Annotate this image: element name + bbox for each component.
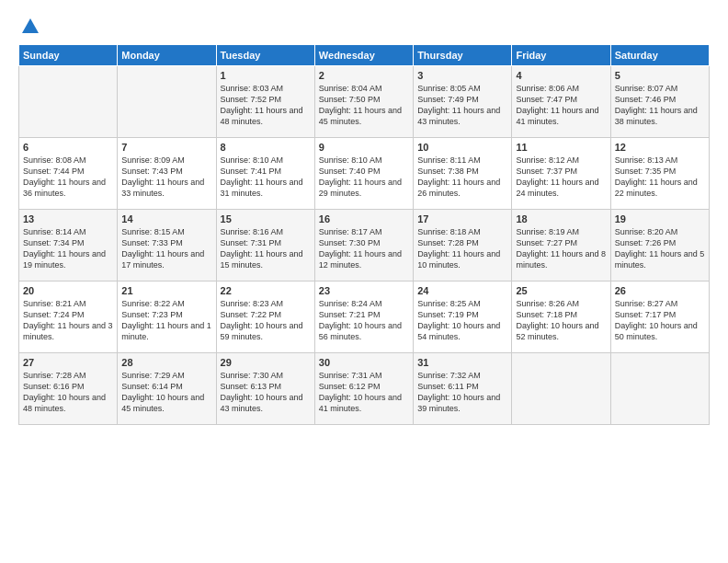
calendar-cell: 19Sunrise: 8:20 AM Sunset: 7:26 PM Dayli… (610, 210, 709, 282)
calendar-cell (610, 353, 709, 425)
day-number: 31 (417, 357, 507, 368)
cell-content: Sunrise: 8:13 AM Sunset: 7:35 PM Dayligh… (615, 155, 705, 200)
calendar-cell: 22Sunrise: 8:23 AM Sunset: 7:22 PM Dayli… (216, 282, 314, 353)
cell-content: Sunrise: 8:06 AM Sunset: 7:47 PM Dayligh… (516, 83, 606, 128)
day-number: 3 (417, 70, 507, 81)
day-number: 20 (23, 285, 113, 296)
day-number: 23 (319, 285, 409, 296)
cell-content: Sunrise: 8:15 AM Sunset: 7:33 PM Dayligh… (121, 226, 211, 271)
cell-content: Sunrise: 8:04 AM Sunset: 7:50 PM Dayligh… (319, 83, 409, 128)
cell-content: Sunrise: 8:03 AM Sunset: 7:52 PM Dayligh… (221, 83, 311, 128)
cell-content: Sunrise: 8:12 AM Sunset: 7:37 PM Dayligh… (516, 155, 606, 200)
cell-content: Sunrise: 8:09 AM Sunset: 7:43 PM Dayligh… (121, 155, 211, 200)
cell-content: Sunrise: 7:30 AM Sunset: 6:13 PM Dayligh… (221, 370, 311, 415)
cell-content: Sunrise: 8:05 AM Sunset: 7:49 PM Dayligh… (417, 83, 507, 128)
weekday-header-thursday: Thursday (414, 45, 512, 66)
cell-content: Sunrise: 8:16 AM Sunset: 7:31 PM Dayligh… (221, 226, 311, 271)
calendar-cell: 1Sunrise: 8:03 AM Sunset: 7:52 PM Daylig… (216, 66, 314, 138)
cell-content: Sunrise: 8:22 AM Sunset: 7:23 PM Dayligh… (121, 298, 211, 343)
cell-content: Sunrise: 8:21 AM Sunset: 7:24 PM Dayligh… (23, 298, 113, 343)
calendar-cell: 28Sunrise: 7:29 AM Sunset: 6:14 PM Dayli… (118, 353, 216, 425)
calendar-cell: 23Sunrise: 8:24 AM Sunset: 7:21 PM Dayli… (314, 282, 413, 353)
calendar-cell: 6Sunrise: 8:08 AM Sunset: 7:44 PM Daylig… (19, 138, 118, 210)
day-number: 12 (615, 142, 705, 153)
day-number: 14 (121, 213, 211, 224)
cell-content: Sunrise: 8:19 AM Sunset: 7:27 PM Dayligh… (516, 226, 606, 271)
calendar-cell (19, 66, 118, 138)
calendar-cell: 29Sunrise: 7:30 AM Sunset: 6:13 PM Dayli… (216, 353, 314, 425)
cell-content: Sunrise: 8:23 AM Sunset: 7:22 PM Dayligh… (221, 298, 311, 343)
calendar-cell: 25Sunrise: 8:26 AM Sunset: 7:18 PM Dayli… (512, 282, 610, 353)
calendar-cell: 11Sunrise: 8:12 AM Sunset: 7:37 PM Dayli… (512, 138, 610, 210)
day-number: 8 (221, 142, 311, 153)
calendar-cell: 10Sunrise: 8:11 AM Sunset: 7:38 PM Dayli… (414, 138, 512, 210)
calendar: SundayMondayTuesdayWednesdayThursdayFrid… (18, 44, 710, 425)
cell-content: Sunrise: 8:27 AM Sunset: 7:17 PM Dayligh… (615, 298, 705, 343)
svg-marker-0 (22, 18, 39, 33)
calendar-cell: 14Sunrise: 8:15 AM Sunset: 7:33 PM Dayli… (118, 210, 216, 282)
calendar-cell: 3Sunrise: 8:05 AM Sunset: 7:49 PM Daylig… (414, 66, 512, 138)
cell-content: Sunrise: 8:20 AM Sunset: 7:26 PM Dayligh… (615, 226, 705, 271)
logo-icon (20, 17, 40, 37)
day-number: 19 (615, 213, 705, 224)
weekday-header-saturday: Saturday (610, 45, 709, 66)
day-number: 10 (417, 142, 507, 153)
day-number: 27 (23, 357, 113, 368)
day-number: 28 (121, 357, 211, 368)
weekday-header-sunday: Sunday (19, 45, 118, 66)
calendar-cell: 31Sunrise: 7:32 AM Sunset: 6:11 PM Dayli… (414, 353, 512, 425)
cell-content: Sunrise: 8:11 AM Sunset: 7:38 PM Dayligh… (417, 155, 507, 200)
calendar-cell: 13Sunrise: 8:14 AM Sunset: 7:34 PM Dayli… (19, 210, 118, 282)
day-number: 2 (319, 70, 409, 81)
calendar-cell: 27Sunrise: 7:28 AM Sunset: 6:16 PM Dayli… (19, 353, 118, 425)
day-number: 24 (417, 285, 507, 296)
cell-content: Sunrise: 8:25 AM Sunset: 7:19 PM Dayligh… (417, 298, 507, 343)
calendar-cell: 4Sunrise: 8:06 AM Sunset: 7:47 PM Daylig… (512, 66, 610, 138)
weekday-header-wednesday: Wednesday (314, 45, 413, 66)
weekday-header-friday: Friday (512, 45, 610, 66)
day-number: 16 (319, 213, 409, 224)
day-number: 5 (615, 70, 705, 81)
day-number: 26 (615, 285, 705, 296)
calendar-cell: 20Sunrise: 8:21 AM Sunset: 7:24 PM Dayli… (19, 282, 118, 353)
header (18, 17, 710, 37)
logo (18, 17, 40, 37)
day-number: 22 (221, 285, 311, 296)
day-number: 21 (121, 285, 211, 296)
day-number: 17 (417, 213, 507, 224)
calendar-cell: 21Sunrise: 8:22 AM Sunset: 7:23 PM Dayli… (118, 282, 216, 353)
calendar-cell: 17Sunrise: 8:18 AM Sunset: 7:28 PM Dayli… (414, 210, 512, 282)
cell-content: Sunrise: 7:31 AM Sunset: 6:12 PM Dayligh… (319, 370, 409, 415)
day-number: 13 (23, 213, 113, 224)
cell-content: Sunrise: 8:14 AM Sunset: 7:34 PM Dayligh… (23, 226, 113, 271)
calendar-cell (118, 66, 216, 138)
calendar-cell: 30Sunrise: 7:31 AM Sunset: 6:12 PM Dayli… (314, 353, 413, 425)
day-number: 9 (319, 142, 409, 153)
day-number: 11 (516, 142, 606, 153)
weekday-header-tuesday: Tuesday (216, 45, 314, 66)
calendar-header: SundayMondayTuesdayWednesdayThursdayFrid… (19, 45, 710, 66)
calendar-cell: 9Sunrise: 8:10 AM Sunset: 7:40 PM Daylig… (314, 138, 413, 210)
calendar-cell: 12Sunrise: 8:13 AM Sunset: 7:35 PM Dayli… (610, 138, 709, 210)
calendar-cell: 18Sunrise: 8:19 AM Sunset: 7:27 PM Dayli… (512, 210, 610, 282)
calendar-cell: 8Sunrise: 8:10 AM Sunset: 7:41 PM Daylig… (216, 138, 314, 210)
day-number: 29 (221, 357, 311, 368)
day-number: 4 (516, 70, 606, 81)
calendar-cell: 7Sunrise: 8:09 AM Sunset: 7:43 PM Daylig… (118, 138, 216, 210)
calendar-cell: 26Sunrise: 8:27 AM Sunset: 7:17 PM Dayli… (610, 282, 709, 353)
page: SundayMondayTuesdayWednesdayThursdayFrid… (0, 0, 728, 563)
day-number: 15 (221, 213, 311, 224)
cell-content: Sunrise: 8:17 AM Sunset: 7:30 PM Dayligh… (319, 226, 409, 271)
calendar-cell: 5Sunrise: 8:07 AM Sunset: 7:46 PM Daylig… (610, 66, 709, 138)
calendar-cell (512, 353, 610, 425)
cell-content: Sunrise: 8:18 AM Sunset: 7:28 PM Dayligh… (417, 226, 507, 271)
cell-content: Sunrise: 8:10 AM Sunset: 7:41 PM Dayligh… (221, 155, 311, 200)
cell-content: Sunrise: 8:26 AM Sunset: 7:18 PM Dayligh… (516, 298, 606, 343)
calendar-cell: 16Sunrise: 8:17 AM Sunset: 7:30 PM Dayli… (314, 210, 413, 282)
day-number: 6 (23, 142, 113, 153)
calendar-cell: 2Sunrise: 8:04 AM Sunset: 7:50 PM Daylig… (314, 66, 413, 138)
cell-content: Sunrise: 8:10 AM Sunset: 7:40 PM Dayligh… (319, 155, 409, 200)
weekday-header-monday: Monday (118, 45, 216, 66)
calendar-cell: 24Sunrise: 8:25 AM Sunset: 7:19 PM Dayli… (414, 282, 512, 353)
day-number: 25 (516, 285, 606, 296)
